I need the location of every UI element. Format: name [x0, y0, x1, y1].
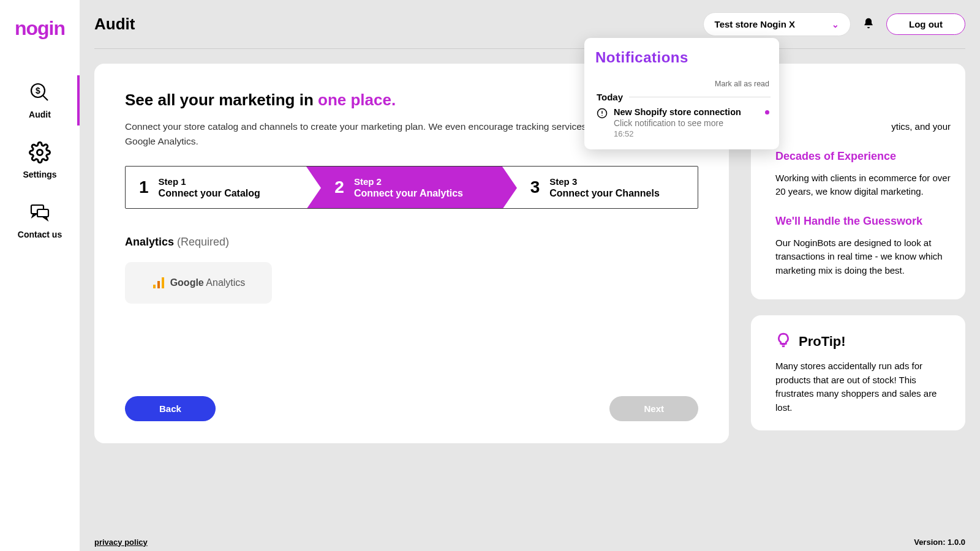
protip-card: ProTip! Many stores accidentally run ads…: [751, 315, 965, 430]
step-label: Step 3: [549, 176, 660, 187]
sidebar-item-contact[interactable]: Contact us: [0, 190, 80, 250]
step-desc: Connect your Channels: [549, 188, 660, 199]
step-3[interactable]: 3 Step 3 Connect your Channels: [502, 167, 698, 208]
mark-all-read[interactable]: Mark all as read: [593, 80, 771, 88]
svg-point-11: [601, 115, 603, 116]
sidebar: nogin $ Audit Settings Contact us: [0, 0, 80, 551]
notification-day: Today: [597, 92, 623, 102]
dollar-magnify-icon: $: [29, 81, 51, 103]
logout-button[interactable]: Log out: [886, 13, 965, 35]
page-title: Audit: [94, 15, 695, 34]
step-label: Step 1: [159, 176, 260, 187]
step-number: 3: [530, 178, 540, 197]
notifications-button[interactable]: [859, 15, 878, 34]
lightbulb-icon: [775, 332, 791, 351]
actions-row: Back Next: [125, 378, 698, 421]
step-desc: Connect your Catalog: [159, 188, 260, 199]
info-text: Our NoginBots are designed to look at tr…: [775, 236, 951, 278]
protip-title: ProTip!: [799, 334, 846, 350]
step-2[interactable]: 2 Step 2 Connect your Analytics: [306, 167, 502, 208]
step-number: 1: [139, 178, 149, 197]
content-row: See all your marketing in one place. Con…: [94, 64, 965, 443]
version-label: Version: 1.0.0: [914, 538, 965, 547]
main: Audit Test store Nogin X ⌄ Log out See a…: [80, 0, 980, 551]
info-text-partial: ytics, and your: [775, 120, 951, 134]
divider: [629, 97, 771, 97]
svg-point-3: [37, 150, 43, 156]
heading-text: See all your marketing in: [125, 91, 318, 109]
sidebar-item-label: Contact us: [18, 230, 62, 239]
topbar: Audit Test store Nogin X ⌄ Log out: [94, 0, 965, 49]
privacy-link[interactable]: privacy policy: [94, 538, 148, 547]
step-1[interactable]: 1 Step 1 Connect your Catalog: [126, 167, 306, 208]
next-button[interactable]: Next: [609, 396, 698, 421]
sidebar-item-audit[interactable]: $ Audit: [0, 70, 80, 130]
alert-circle-icon: [597, 108, 608, 119]
heading-accent: one place.: [318, 91, 396, 109]
notifications-panel: Notifications Mark all as read Today New…: [584, 38, 779, 149]
subheading: Connect your store catalog and channels …: [125, 119, 627, 149]
analytics-label: Analytics: [125, 236, 174, 248]
notifications-title: Notifications: [593, 49, 771, 66]
notification-time: 16:52: [614, 129, 769, 138]
chevron-down-icon: ⌄: [832, 20, 839, 29]
analytics-section-title: Analytics (Required): [125, 236, 698, 249]
google-analytics-card[interactable]: Google Analytics: [125, 262, 272, 304]
google-analytics-label: Google Analytics: [170, 277, 246, 288]
analytics-note: (Required): [174, 236, 229, 248]
sidebar-item-label: Settings: [23, 170, 56, 179]
sidebar-item-settings[interactable]: Settings: [0, 130, 80, 190]
svg-rect-6: [153, 285, 156, 288]
svg-line-1: [43, 96, 48, 100]
bell-icon: [862, 17, 875, 32]
chat-icon: [29, 201, 51, 223]
gear-icon: [29, 141, 51, 163]
back-button[interactable]: Back: [125, 396, 216, 421]
info-title: Decades of Experience: [775, 150, 951, 163]
protip-text: Many stores accidentally run ads for pro…: [775, 359, 951, 414]
sidebar-item-label: Audit: [29, 110, 51, 119]
svg-rect-8: [162, 277, 164, 288]
notification-subtitle: Click notification to see more: [614, 118, 769, 128]
store-selector[interactable]: Test store Nogin X ⌄: [703, 12, 851, 36]
notification-item[interactable]: New Shopify store connection Click notif…: [593, 105, 771, 138]
google-analytics-icon: [152, 276, 165, 290]
logo: nogin: [15, 17, 65, 40]
step-number: 2: [334, 178, 344, 197]
unread-dot-icon: [765, 110, 769, 114]
footer: privacy policy Version: 1.0.0: [94, 533, 965, 551]
store-name: Test store Nogin X: [715, 19, 795, 29]
info-text: Working with clients in ecommerce for ov…: [775, 171, 951, 199]
stepper: 1 Step 1 Connect your Catalog 2 Step 2 C…: [125, 166, 698, 209]
notification-title: New Shopify store connection: [614, 107, 741, 117]
step-label: Step 2: [354, 176, 463, 187]
step-desc: Connect your Analytics: [354, 188, 463, 199]
right-column: ytics, and your Decades of Experience Wo…: [751, 64, 965, 430]
svg-rect-7: [157, 281, 160, 288]
info-card: ytics, and your Decades of Experience Wo…: [751, 64, 965, 299]
info-title: We'll Handle the Guesswork: [775, 215, 951, 228]
svg-text:$: $: [36, 86, 40, 96]
logo-text: nogin: [15, 17, 65, 39]
svg-rect-5: [37, 209, 48, 217]
